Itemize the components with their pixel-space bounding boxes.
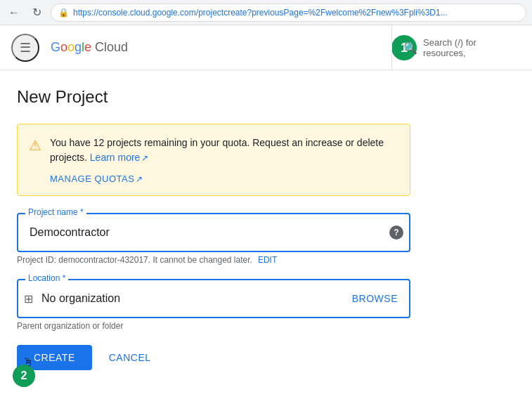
manage-quotas-ext-icon: ↗ bbox=[136, 174, 143, 184]
project-name-wrapper: Project name * ? bbox=[17, 213, 410, 252]
location-field-row: ⊞ No organization BROWSE bbox=[18, 280, 409, 317]
warning-banner: ⚠ You have 12 projects remaining in your… bbox=[17, 124, 410, 196]
project-name-input[interactable] bbox=[24, 226, 389, 239]
project-id-hint: Project ID: democontractor-432017. It ca… bbox=[17, 255, 410, 265]
project-name-input-row: ? bbox=[18, 214, 409, 251]
logo-text: Google Cloud bbox=[51, 40, 128, 55]
edit-project-id-link[interactable]: EDIT bbox=[258, 255, 277, 265]
page-title: New Project bbox=[17, 87, 515, 107]
warning-message: You have 12 projects remaining in your q… bbox=[50, 137, 384, 163]
location-building-icon: ⊞ bbox=[24, 292, 33, 306]
location-field-group: Location * ⊞ No organization BROWSE Pare… bbox=[17, 279, 410, 331]
manage-quotas-link[interactable]: MANAGE QUOTAS↗ bbox=[50, 174, 143, 184]
project-name-label: Project name * bbox=[25, 208, 86, 216]
project-name-help-icon[interactable]: ? bbox=[389, 225, 403, 240]
location-hint: Parent organization or folder bbox=[17, 321, 410, 331]
search-placeholder-text: Search (/) for resources, bbox=[423, 37, 521, 58]
location-value: No organization bbox=[39, 292, 346, 305]
browse-button[interactable]: BROWSE bbox=[346, 287, 403, 310]
external-link-icon: ↗ bbox=[141, 153, 148, 163]
cancel-button[interactable]: CANCEL bbox=[98, 345, 162, 370]
app-header: ☰ Google Cloud 1 🔍 Search (/) for resour… bbox=[0, 25, 532, 70]
google-cloud-logo[interactable]: Google Cloud bbox=[51, 40, 128, 55]
location-label: Location * bbox=[25, 274, 68, 282]
learn-more-link[interactable]: Learn more↗ bbox=[90, 152, 149, 163]
warning-icon: ⚠ bbox=[29, 137, 41, 154]
form-section: Project name * ? Project ID: democontrac… bbox=[17, 213, 410, 370]
project-name-field-group: Project name * ? Project ID: democontrac… bbox=[17, 213, 410, 265]
refresh-button[interactable]: ↻ bbox=[28, 4, 45, 21]
action-buttons: CREATE 2 🖱 CANCEL bbox=[17, 345, 410, 370]
browser-chrome: ← ↻ 🔒 https://console.cloud.google.com/p… bbox=[0, 0, 532, 25]
lock-icon: 🔒 bbox=[58, 8, 69, 18]
warning-content: You have 12 projects remaining in your q… bbox=[50, 136, 398, 184]
page-content: New Project ⚠ You have 12 projects remai… bbox=[0, 70, 532, 387]
hamburger-icon: ☰ bbox=[20, 40, 31, 55]
step-circle-2: 2 bbox=[13, 365, 35, 387]
back-button[interactable]: ← bbox=[6, 4, 22, 21]
search-icon: 🔍 bbox=[403, 41, 417, 55]
hamburger-menu-button[interactable]: ☰ bbox=[11, 34, 39, 62]
search-bar[interactable]: 🔍 Search (/) for resources, bbox=[391, 25, 532, 70]
location-wrapper: Location * ⊞ No organization BROWSE bbox=[17, 279, 410, 318]
browser-url: https://console.cloud.google.com/project… bbox=[73, 8, 448, 18]
address-bar[interactable]: 🔒 https://console.cloud.google.com/proje… bbox=[51, 4, 526, 22]
create-button-area: CREATE 2 🖱 bbox=[17, 345, 92, 370]
